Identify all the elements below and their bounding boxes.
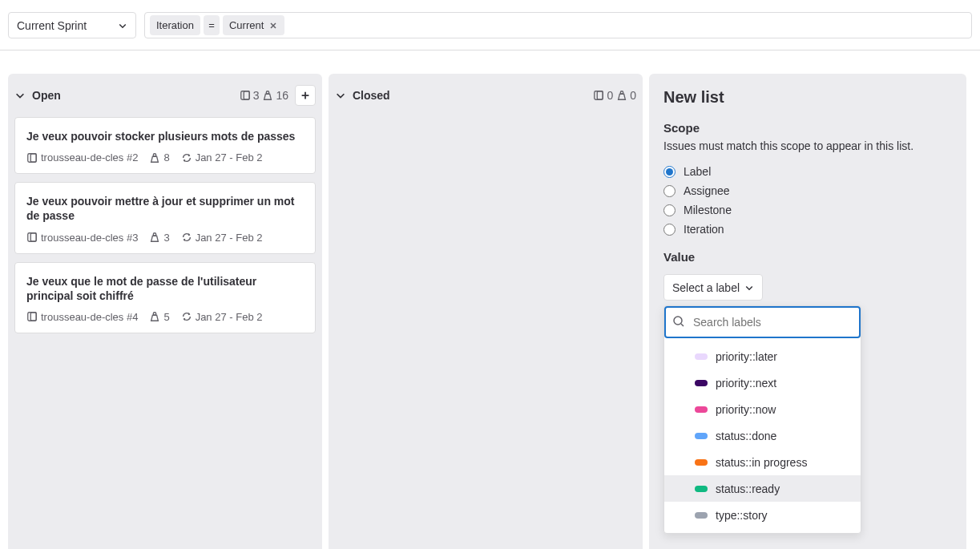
issues-icon [240, 90, 251, 101]
svg-point-8 [154, 233, 157, 236]
scope-radio-label[interactable]: Label [663, 165, 952, 178]
label-option-list: priority::laterpriority::nextpriority::n… [664, 338, 861, 533]
scope-radio-assignee[interactable]: Assignee [663, 184, 952, 197]
card-meta: trousseau-de-cles #33Jan 27 - Feb 2 [26, 232, 304, 244]
column-stats: 316 [240, 89, 288, 102]
project-ref: trousseau-de-cles #4 [26, 311, 138, 323]
project-text: trousseau-de-cles #2 [41, 151, 138, 163]
issues-icon [593, 90, 604, 101]
label-option[interactable]: priority::now [664, 396, 861, 422]
card-title: Je veux que le mot de passe de l'utilisa… [26, 274, 304, 303]
filter-chip-value[interactable]: Current [223, 15, 284, 35]
chevron-down-icon[interactable] [14, 90, 26, 101]
column-header: Open316 [8, 74, 322, 117]
card-iteration: Jan 27 - Feb 2 [181, 232, 263, 244]
label-option[interactable]: status::ready [664, 475, 861, 502]
issues-count: 0 [607, 89, 613, 102]
add-card-button[interactable] [295, 85, 316, 106]
label-swatch [695, 486, 708, 492]
label-search-input[interactable] [664, 306, 861, 338]
radio-input[interactable] [663, 166, 676, 178]
chip-text: = [208, 19, 215, 31]
chevron-down-icon[interactable] [335, 90, 346, 101]
column-body [329, 117, 643, 549]
iteration-icon [181, 311, 192, 322]
project-text: trousseau-de-cles #4 [41, 311, 138, 323]
radio-label: Label [684, 165, 711, 178]
dates-text: Jan 27 - Feb 2 [196, 232, 263, 244]
label-swatch [695, 433, 708, 439]
svg-point-14 [620, 91, 623, 95]
label-option[interactable]: status::in progress [664, 449, 861, 475]
value-section: Value Select a label priority::laterprio… [663, 250, 952, 534]
svg-point-2 [267, 91, 270, 95]
issue-card[interactable]: Je veux pouvoir stocker plusieurs mots d… [14, 117, 316, 174]
issue-card[interactable]: Je veux pouvoir mettre à jour et supprim… [14, 182, 316, 253]
issues-icon [26, 152, 38, 163]
weight-stat: 0 [616, 89, 636, 102]
weight-icon [149, 311, 160, 322]
column-title: Open [32, 89, 61, 102]
scope-description: Issues must match this scope to appear i… [663, 139, 952, 152]
label-option[interactable]: priority::later [664, 343, 861, 369]
plus-icon [300, 90, 311, 101]
board-column: Closed00 [329, 74, 643, 549]
card-weight: 5 [149, 311, 169, 323]
label-option-text: type::story [716, 509, 768, 522]
search-wrapper [664, 306, 861, 338]
svg-rect-3 [28, 153, 37, 162]
iteration-icon [181, 232, 192, 243]
svg-point-5 [154, 153, 157, 156]
radio-input[interactable] [663, 204, 676, 216]
label-option-text: priority::now [716, 403, 776, 416]
card-iteration: Jan 27 - Feb 2 [181, 311, 263, 323]
weight-count: 16 [276, 89, 288, 102]
value-heading: Value [663, 250, 952, 264]
weight-text: 5 [163, 311, 169, 323]
svg-rect-10 [30, 313, 36, 321]
card-weight: 3 [149, 232, 169, 244]
scope-radio-milestone[interactable]: Milestone [663, 204, 952, 216]
board: Open316Je veux pouvoir stocker plusieurs… [0, 50, 980, 549]
label-option-text: priority::later [716, 350, 777, 363]
filter-chip-field[interactable]: Iteration [150, 15, 200, 35]
scope-heading: Scope [663, 121, 952, 135]
close-icon[interactable] [268, 21, 278, 30]
radio-label: Milestone [684, 204, 732, 216]
issue-card[interactable]: Je veux que le mot de passe de l'utilisa… [14, 262, 316, 333]
filter-chip-operator[interactable]: = [204, 15, 220, 35]
project-text: trousseau-de-cles #3 [41, 232, 138, 244]
label-swatch [695, 380, 708, 386]
label-option-text: priority::next [716, 377, 776, 390]
label-swatch [695, 353, 708, 360]
svg-rect-4 [30, 153, 36, 162]
svg-rect-7 [30, 233, 36, 242]
weight-count: 0 [630, 89, 636, 102]
card-iteration: Jan 27 - Feb 2 [181, 151, 263, 163]
issues-icon [26, 232, 38, 243]
filter-bar: Current Sprint Iteration = Current [0, 0, 980, 50]
svg-rect-12 [595, 91, 603, 100]
label-option[interactable]: status::done [664, 422, 861, 449]
radio-label: Iteration [684, 223, 724, 236]
weight-text: 8 [163, 151, 169, 163]
chevron-down-icon [118, 21, 127, 30]
weight-icon [149, 232, 160, 243]
card-meta: trousseau-de-cles #28Jan 27 - Feb 2 [26, 151, 304, 163]
label-option[interactable]: type::story [664, 502, 861, 528]
sprint-selector[interactable]: Current Sprint [8, 12, 136, 38]
card-meta: trousseau-de-cles #45Jan 27 - Feb 2 [26, 311, 304, 323]
select-label-button[interactable]: Select a label [663, 274, 763, 301]
label-option[interactable]: priority::next [664, 369, 861, 396]
panel-title: New list [663, 88, 952, 107]
issues-icon [26, 311, 38, 322]
card-title: Je veux pouvoir mettre à jour et supprim… [26, 194, 304, 223]
issues-stat: 3 [240, 89, 260, 102]
label-option-text: status::in progress [716, 456, 807, 469]
radio-input[interactable] [663, 185, 676, 197]
weight-text: 3 [163, 232, 169, 244]
scope-radio-iteration[interactable]: Iteration [663, 223, 952, 236]
weight-icon [149, 152, 160, 163]
radio-input[interactable] [663, 224, 676, 236]
filter-input-area[interactable]: Iteration = Current [144, 12, 972, 38]
